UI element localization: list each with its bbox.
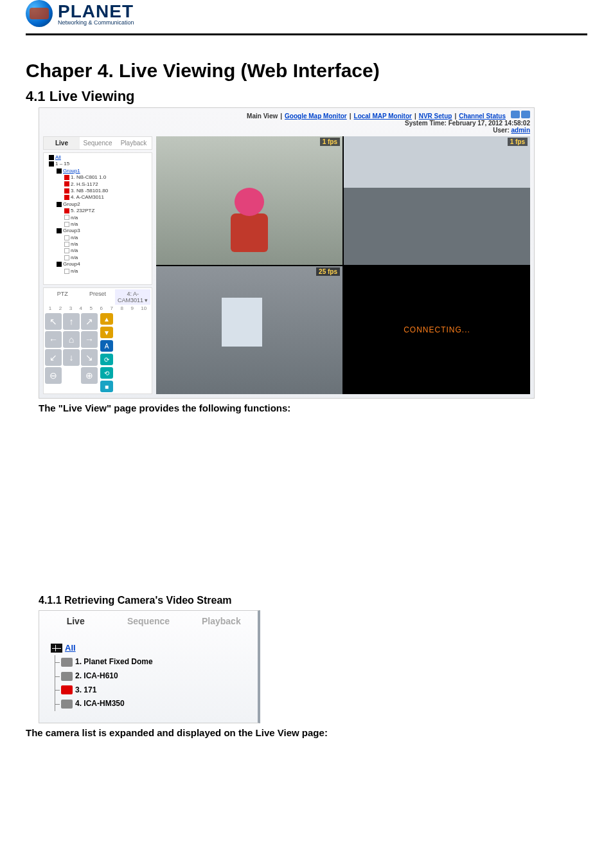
camera-icon <box>61 700 73 709</box>
fps-badge: 25 fps <box>316 267 340 276</box>
ptz-left-icon[interactable]: ← <box>45 331 62 348</box>
ptz-home-icon[interactable]: ⌂ <box>63 331 80 348</box>
live-view-screenshot: Main View | Google Map Monitor | Local M… <box>39 107 535 399</box>
tree-g3a[interactable]: n/a <box>71 235 78 240</box>
tab-live[interactable]: Live <box>39 611 112 631</box>
section-heading-4-1-1: 4.1.1 Retrieving Camera's Video Stream <box>39 595 587 606</box>
video-tile-2[interactable]: 1 fps <box>344 136 530 265</box>
ptz-right-icon[interactable]: → <box>81 331 98 348</box>
tab-sequence[interactable]: Sequence <box>80 137 116 149</box>
system-time: System Time: February 17, 2012 14:58:02 <box>405 120 530 127</box>
ptz-up-left-icon[interactable]: ↖ <box>45 313 62 330</box>
tree-group4[interactable]: Group4 <box>63 261 80 267</box>
camera-item-1[interactable]: 1. Planet Fixed Dome <box>75 655 153 669</box>
layout-icon[interactable] <box>511 111 520 118</box>
ss2-tabs: Live Sequence Playback <box>39 611 258 631</box>
ptz-focus-far-icon[interactable]: ▼ <box>100 327 113 338</box>
brand-globe-icon <box>26 0 53 27</box>
tree-group3[interactable]: Group3 <box>63 228 80 233</box>
tree-g2a[interactable]: 5. 232PTZ <box>71 208 94 213</box>
tree-g2c[interactable]: n/a <box>71 221 78 227</box>
tree-cam2[interactable]: 2. H.S-1172 <box>71 181 98 187</box>
tab-playback[interactable]: Playback <box>116 137 152 149</box>
tree-cam4[interactable]: 4. A-CAM3011 <box>71 194 104 200</box>
connecting-label: CONNECTING... <box>344 266 530 395</box>
tree-g3c[interactable]: n/a <box>71 248 78 253</box>
caption-after-ss1: The "Live View" page provides the follow… <box>39 402 587 413</box>
ptz-down-icon[interactable]: ↓ <box>63 349 80 366</box>
tree-cam1[interactable]: 1. NB-C801 1.0 <box>71 174 106 180</box>
nav-google-map-monitor[interactable]: Google Map Monitor <box>285 113 347 120</box>
camera-list-screenshot: Live Sequence Playback All 1. Planet Fix… <box>39 610 260 723</box>
tree-g4a[interactable]: n/a <box>71 268 78 274</box>
nav-nvr-setup[interactable]: NVR Setup <box>419 113 452 120</box>
camera-item-3[interactable]: 3. 171 <box>75 683 96 698</box>
video-tile-1[interactable]: 1 fps <box>156 136 342 265</box>
ptz-tab-preset[interactable]: Preset <box>80 289 116 305</box>
ptz-cycle-icon[interactable]: ⟲ <box>100 367 113 379</box>
user-link[interactable]: admin <box>511 127 530 134</box>
ptz-up-right-icon[interactable]: ↗ <box>81 313 98 330</box>
ptz-focus-near-icon[interactable]: ▲ <box>100 313 113 325</box>
camera-tree[interactable]: All 1 – 15 Group1 1. NB-C801 1.0 2. H.S-… <box>43 152 152 285</box>
grid-icon <box>51 644 62 653</box>
ptz-panel: PTZ Preset 4: A-CAM3011 ▾ 12345678910 ↖ … <box>43 287 152 394</box>
tab-playback[interactable]: Playback <box>185 611 258 631</box>
ptz-up-icon[interactable]: ↑ <box>63 313 80 330</box>
tree-g2b[interactable]: n/a <box>71 215 78 221</box>
user-label: User: <box>493 127 510 134</box>
tree-root[interactable]: All <box>65 640 76 655</box>
video-grid: 1 fps 1 fps 25 fps CONNECTING... <box>156 136 530 394</box>
section-heading-4-1: 4.1 Live Viewing <box>26 88 587 105</box>
brand-header: PLANET Networking & Communication <box>0 0 613 33</box>
tab-sequence[interactable]: Sequence <box>112 611 184 631</box>
caption-after-ss2: The camera list is expanded and displaye… <box>26 727 587 738</box>
brand-tagline: Networking & Communication <box>58 19 134 26</box>
ptz-auto-icon[interactable]: A <box>100 340 113 352</box>
camera-list-tree[interactable]: All 1. Planet Fixed Dome 2. ICA-H610 3. … <box>39 631 258 723</box>
ptz-zoom-out-icon[interactable]: ⊖ <box>45 367 62 384</box>
header-divider <box>26 33 587 35</box>
feature-list <box>39 417 587 424</box>
tree-group1[interactable]: Group1 <box>63 168 80 174</box>
fps-badge: 1 fps <box>320 138 340 146</box>
video-tile-3[interactable]: 25 fps <box>156 266 342 395</box>
fullscreen-icon[interactable] <box>521 111 530 118</box>
camera-item-2[interactable]: 2. ICA-H610 <box>75 669 118 683</box>
ptz-tab-ptz[interactable]: PTZ <box>45 289 80 305</box>
ptz-down-left-icon[interactable]: ↙ <box>45 349 62 366</box>
nav-main-view[interactable]: Main View <box>247 113 278 120</box>
ptz-refresh-icon[interactable]: ⟳ <box>100 354 113 365</box>
chapter-heading: Chaper 4. Live Viewing (Web Interface) <box>26 60 587 82</box>
tree-g3d[interactable]: n/a <box>71 255 78 260</box>
top-nav: Main View | Google Map Monitor | Local M… <box>39 108 534 120</box>
nav-local-map-monitor[interactable]: Local MAP Monitor <box>354 113 412 120</box>
tree-g3b[interactable]: n/a <box>71 241 78 247</box>
tree-group2[interactable]: Group2 <box>63 201 80 207</box>
ptz-camera-select[interactable]: 4: A-CAM3011 ▾ <box>115 289 150 305</box>
camera-icon <box>61 685 73 694</box>
tree-cam3[interactable]: 3. NB -58101.80 <box>71 188 108 194</box>
camera-item-4[interactable]: 4. ICA-HM350 <box>75 697 125 711</box>
ptz-zoom-in-icon[interactable]: ⊕ <box>81 367 98 384</box>
left-tabs: Live Sequence Playback <box>43 136 152 150</box>
tree-range[interactable]: 1 – 15 <box>55 161 69 167</box>
video-tile-4[interactable]: CONNECTING... <box>344 266 530 395</box>
camera-icon <box>61 658 73 667</box>
fps-badge: 1 fps <box>508 138 528 146</box>
camera-icon <box>61 672 73 681</box>
ptz-preset-numbers[interactable]: 12345678910 <box>45 305 150 312</box>
ptz-down-right-icon[interactable]: ↘ <box>81 349 98 366</box>
tab-live[interactable]: Live <box>44 137 80 149</box>
tree-root[interactable]: All <box>55 154 61 160</box>
nav-channel-status[interactable]: Channel Status <box>459 113 506 120</box>
ptz-stop-icon[interactable]: ■ <box>100 381 113 392</box>
